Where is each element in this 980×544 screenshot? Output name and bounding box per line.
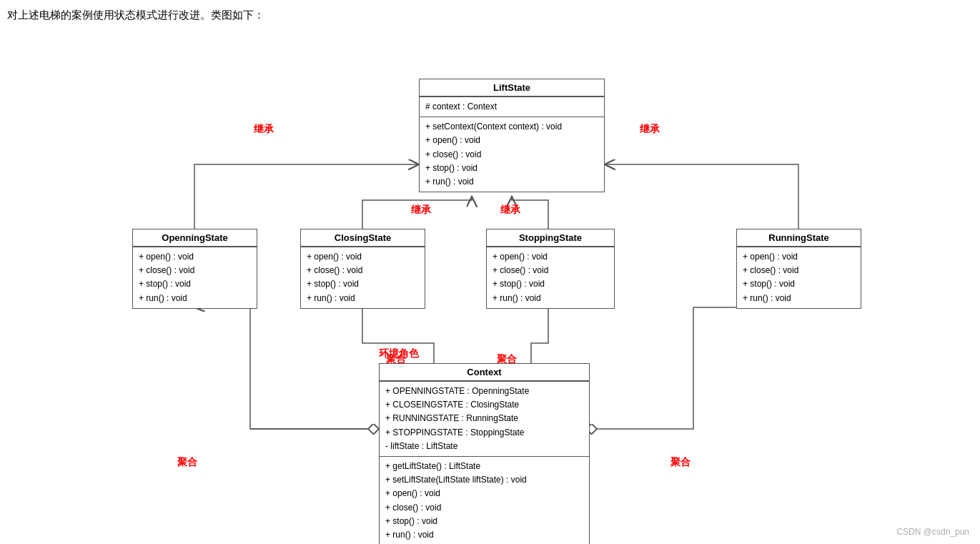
label-aggregation-3: 聚合 bbox=[177, 456, 197, 469]
ctx-closeingstate: + CLOSEINGSTATE : ClosingState bbox=[385, 398, 583, 412]
class-closingstate: ClosingState + open() : void + close() :… bbox=[300, 229, 425, 309]
sps-open: + open() : void bbox=[493, 250, 608, 264]
cs-close: + close() : void bbox=[307, 264, 419, 277]
ctx-getliftstate: + getLiftState() : LiftState bbox=[385, 460, 583, 473]
rs-close: + close() : void bbox=[743, 264, 855, 277]
os-run: + run() : void bbox=[139, 292, 251, 305]
class-stoppingstate: StoppingState + open() : void + close() … bbox=[486, 229, 615, 309]
rs-stop: + stop() : void bbox=[743, 277, 855, 291]
class-openningstate: OpenningState + open() : void + close() … bbox=[132, 229, 257, 309]
class-liftstate: LiftState # context : Context + setConte… bbox=[419, 79, 605, 192]
ctx-open: + open() : void bbox=[385, 487, 583, 500]
ctx-runningstate: + RUNNINGSTATE : RunningState bbox=[385, 412, 583, 425]
class-closingstate-title: ClosingState bbox=[301, 229, 425, 247]
class-liftstate-methods: + setContext(Context context) : void + o… bbox=[420, 117, 604, 192]
os-close: + close() : void bbox=[139, 264, 251, 277]
rs-run: + run() : void bbox=[743, 292, 855, 305]
class-liftstate-title: LiftState bbox=[420, 79, 604, 97]
os-stop: + stop() : void bbox=[139, 277, 251, 291]
cs-stop: + stop() : void bbox=[307, 277, 419, 291]
ctx-setliftstate: + setLiftState(LiftState liftState) : vo… bbox=[385, 473, 583, 487]
intro-text: 对上述电梯的案例使用状态模式进行改进。类图如下： bbox=[7, 9, 264, 22]
method-setcontext: + setContext(Context context) : void bbox=[425, 120, 598, 134]
label-inheritance-1: 继承 bbox=[254, 123, 274, 136]
ctx-openningstate: + OPENNINGSTATE : OpenningState bbox=[385, 385, 583, 398]
label-inheritance-2: 继承 bbox=[640, 123, 660, 136]
method-close: + close() : void bbox=[425, 148, 598, 162]
class-stoppingstate-methods: + open() : void + close() : void + stop(… bbox=[487, 247, 614, 308]
class-context: Context + OPENNINGSTATE : OpenningState … bbox=[379, 363, 590, 544]
method-open: + open() : void bbox=[425, 134, 598, 147]
class-openningstate-methods: + open() : void + close() : void + stop(… bbox=[133, 247, 257, 308]
rs-open: + open() : void bbox=[743, 250, 855, 264]
class-closingstate-methods: + open() : void + close() : void + stop(… bbox=[301, 247, 425, 308]
cs-run: + run() : void bbox=[307, 292, 419, 305]
os-open: + open() : void bbox=[139, 250, 251, 264]
ctx-liftstate: - liftState : LiftState bbox=[385, 440, 583, 453]
class-runningstate: RunningState + open() : void + close() :… bbox=[736, 229, 861, 309]
ctx-stop: + stop() : void bbox=[385, 515, 583, 528]
context-container: 环境角色 Context + OPENNINGSTATE : OpenningS… bbox=[379, 363, 590, 544]
label-aggregation-4: 聚合 bbox=[670, 456, 691, 469]
cs-open: + open() : void bbox=[307, 250, 419, 264]
ctx-close: + close() : void bbox=[385, 501, 583, 515]
context-label-cn: 环境角色 bbox=[379, 347, 419, 360]
sps-run: + run() : void bbox=[493, 292, 608, 305]
class-context-methods: + getLiftState() : LiftState + setLiftSt… bbox=[380, 456, 589, 544]
ctx-stoppingstate: + STOPPINGSTATE : StoppingState bbox=[385, 426, 583, 440]
ctx-run: + run() : void bbox=[385, 528, 583, 542]
class-openningstate-title: OpenningState bbox=[133, 229, 257, 247]
class-runningstate-title: RunningState bbox=[737, 229, 861, 247]
class-stoppingstate-title: StoppingState bbox=[487, 229, 614, 247]
class-liftstate-attrs: # context : Context bbox=[420, 97, 604, 117]
class-context-title: Context bbox=[380, 364, 589, 381]
label-inheritance-3: 继承 bbox=[411, 204, 431, 217]
watermark: CSDN @csdn_pun bbox=[896, 527, 969, 537]
class-runningstate-methods: + open() : void + close() : void + stop(… bbox=[737, 247, 861, 308]
class-context-attrs: + OPENNINGSTATE : OpenningState + CLOSEI… bbox=[380, 381, 589, 456]
attr-context: # context : Context bbox=[425, 100, 598, 114]
method-run: + run() : void bbox=[425, 175, 598, 189]
label-inheritance-4: 继承 bbox=[500, 204, 520, 217]
method-stop: + stop() : void bbox=[425, 162, 598, 175]
sps-close: + close() : void bbox=[493, 264, 608, 277]
sps-stop: + stop() : void bbox=[493, 277, 608, 291]
